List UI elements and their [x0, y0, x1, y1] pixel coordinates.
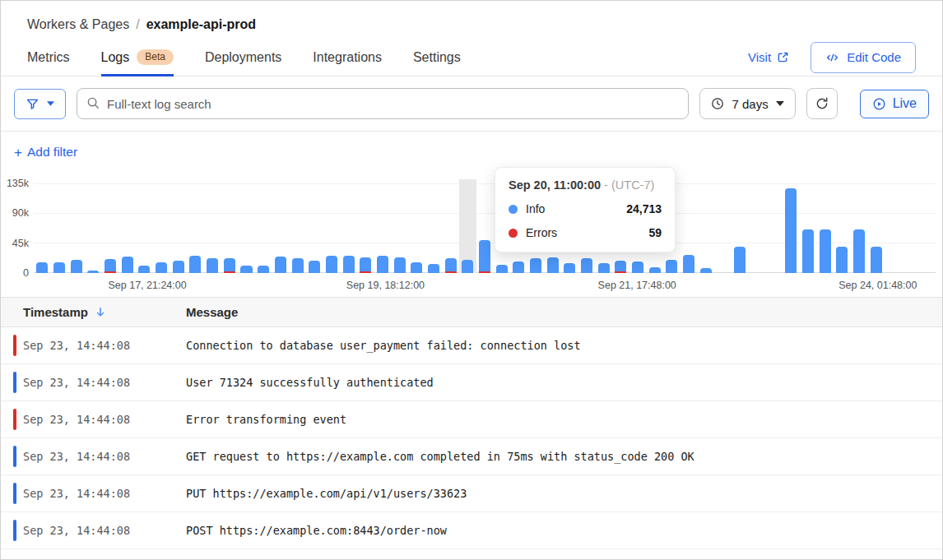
- search-wrap: [77, 88, 689, 119]
- error-dot-icon: [509, 229, 518, 238]
- log-message: User 71324 successfully authenticated: [186, 376, 942, 389]
- play-circle-icon: [872, 97, 886, 111]
- visit-link[interactable]: Visit: [748, 50, 789, 64]
- chart-bar[interactable]: [408, 183, 425, 273]
- chart-bar[interactable]: [289, 183, 306, 273]
- chart-bar[interactable]: [340, 183, 357, 273]
- search-icon: [86, 96, 100, 110]
- add-filter-link[interactable]: + Add filter: [14, 145, 77, 160]
- tab-settings-label: Settings: [413, 50, 461, 65]
- edit-code-button[interactable]: Edit Code: [811, 42, 916, 73]
- y-axis-tick: 135k: [1, 178, 29, 189]
- table-row[interactable]: Sep 23, 14:44:08User 71324 successfully …: [1, 364, 942, 401]
- tab-metrics-label: Metrics: [27, 50, 70, 65]
- timestamp-column-header[interactable]: Timestamp: [1, 305, 186, 319]
- info-severity-indicator: [13, 483, 16, 504]
- tab-logs[interactable]: Logs Beta: [101, 39, 174, 76]
- chart-bar[interactable]: [732, 183, 749, 273]
- refresh-button[interactable]: [806, 88, 838, 119]
- chart-bar[interactable]: [187, 183, 204, 273]
- chart-bar[interactable]: [816, 183, 834, 273]
- sort-descending-icon: [95, 306, 106, 318]
- table-row[interactable]: Sep 23, 14:44:08GET request to https://e…: [1, 438, 942, 475]
- search-input[interactable]: [77, 88, 689, 119]
- table-row[interactable]: Sep 23, 14:44:08Connection to database u…: [1, 327, 942, 364]
- chart-bar[interactable]: [34, 183, 51, 273]
- chart-bar[interactable]: [391, 183, 408, 273]
- filter-toolbar: 7 days Live: [1, 76, 942, 132]
- chart-bar[interactable]: [425, 183, 443, 273]
- x-axis-tick: Sep 24, 01:48:00: [838, 280, 917, 291]
- chart-bar[interactable]: [153, 183, 170, 273]
- log-timestamp: Sep 23, 14:44:08: [1, 487, 186, 500]
- log-message: PUT https://example.com/api/v1/users/336…: [186, 487, 942, 500]
- tab-integrations-label: Integrations: [313, 50, 382, 65]
- chart-bar[interactable]: [834, 183, 851, 273]
- tooltip-timezone: (UTC-7): [611, 178, 654, 192]
- log-timestamp: Sep 23, 14:44:08: [1, 376, 186, 389]
- chart-bar[interactable]: [238, 183, 255, 273]
- tab-logs-label: Logs: [101, 50, 130, 65]
- table-row[interactable]: Sep 23, 14:44:08PUT https://example.com/…: [1, 475, 942, 512]
- chart-tooltip: Sep 20, 11:00:00 - (UTC-7) Info 24,713 E…: [495, 167, 676, 252]
- chart-bar[interactable]: [204, 183, 221, 273]
- chart-bar[interactable]: [851, 183, 868, 273]
- chart-bar[interactable]: [476, 183, 494, 273]
- log-table-body: Sep 23, 14:44:08Connection to database u…: [1, 327, 942, 549]
- log-message: Connection to database user_payment fail…: [186, 339, 942, 352]
- beta-badge: Beta: [137, 49, 174, 65]
- visit-link-label: Visit: [748, 50, 771, 64]
- log-message: Error transforming event: [186, 413, 942, 426]
- chart-bar[interactable]: [255, 183, 272, 273]
- chart-bar[interactable]: [697, 183, 714, 273]
- table-row[interactable]: Sep 23, 14:44:08Error transforming event: [1, 401, 942, 438]
- chart-bar[interactable]: [102, 183, 119, 273]
- chart-bar[interactable]: [800, 183, 817, 273]
- chart-bar[interactable]: [459, 183, 476, 273]
- breadcrumb: Workers & Pages / example-api-prod: [1, 1, 942, 32]
- chart-bar[interactable]: [272, 183, 290, 273]
- tab-settings[interactable]: Settings: [413, 39, 461, 76]
- chart-bar[interactable]: [867, 183, 885, 273]
- code-icon: [825, 52, 839, 63]
- chart-bar[interactable]: [374, 183, 392, 273]
- chart-bar[interactable]: [681, 183, 698, 273]
- workers-logs-page: Workers & Pages / example-api-prod Metri…: [0, 0, 943, 560]
- chart-bar[interactable]: [136, 183, 153, 273]
- chart-bar[interactable]: [67, 183, 85, 273]
- chart-bar[interactable]: [221, 183, 238, 273]
- chart-bar[interactable]: [783, 183, 800, 273]
- time-range-select[interactable]: 7 days: [699, 88, 795, 119]
- live-label: Live: [893, 96, 917, 111]
- tab-integrations[interactable]: Integrations: [313, 39, 382, 76]
- message-header-label: Message: [186, 305, 238, 319]
- chart-bar[interactable]: [442, 183, 459, 273]
- tooltip-title: Sep 20, 11:00:00 - (UTC-7): [509, 178, 662, 192]
- chart-bar[interactable]: [85, 183, 102, 273]
- tab-metrics[interactable]: Metrics: [27, 39, 70, 76]
- filter-funnel-icon: [26, 97, 39, 111]
- tabs: Metrics Logs Beta Deployments Integratio…: [27, 39, 461, 76]
- chart-bar[interactable]: [170, 183, 187, 273]
- log-timestamp: Sep 23, 14:44:08: [1, 450, 186, 463]
- chart-bar[interactable]: [306, 183, 323, 273]
- filter-button[interactable]: [14, 89, 66, 119]
- breadcrumb-link-workers-pages[interactable]: Workers & Pages: [27, 17, 129, 32]
- add-filter-row: + Add filter: [1, 132, 942, 174]
- live-button[interactable]: Live: [860, 90, 929, 118]
- chart-bar[interactable]: [118, 183, 136, 273]
- chart-bar[interactable]: [357, 183, 374, 273]
- tab-deployments[interactable]: Deployments: [205, 39, 281, 76]
- y-axis-tick: 90k: [1, 207, 29, 219]
- message-column-header: Message: [186, 305, 942, 319]
- chart-bar[interactable]: [51, 183, 68, 273]
- clock-icon: [711, 97, 724, 110]
- timestamp-header-label: Timestamp: [23, 305, 88, 319]
- table-row[interactable]: Sep 23, 14:44:08POST https://example.com…: [1, 512, 942, 549]
- x-axis-tick: Sep 19, 18:12:00: [346, 280, 425, 291]
- chevron-down-icon: [776, 101, 784, 106]
- add-filter-label: Add filter: [27, 145, 77, 160]
- chart-bar[interactable]: [323, 183, 341, 273]
- info-dot-icon: [509, 205, 518, 214]
- chart-plot[interactable]: Sep 17, 21:24:00Sep 19, 18:12:00Sep 21, …: [34, 183, 936, 273]
